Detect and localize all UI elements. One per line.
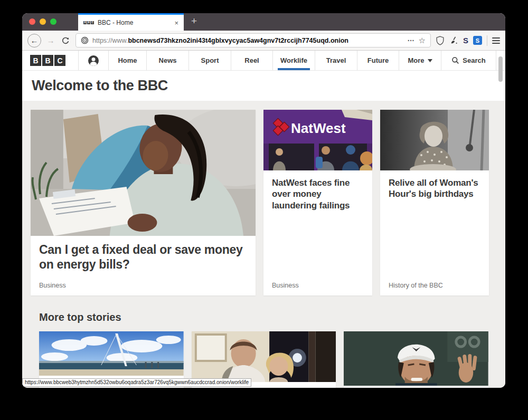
scrollbar-thumb[interactable] [498, 56, 503, 82]
account-person-icon [88, 55, 99, 66]
browser-window: BBC BBC - Home × + ← → [22, 13, 505, 388]
onion-site-icon [81, 36, 89, 44]
welcome-strip: Welcome to the BBC [22, 71, 505, 101]
bbc-favicon: BBC [83, 21, 94, 24]
url-text: https://www.bbcnewsd73hkzno2ini43t4gblxv… [92, 37, 348, 44]
story-card-energy-bills[interactable]: Can I get a fixed deal or save money on … [31, 110, 256, 295]
story-headline: Can I get a fixed deal or save money on … [39, 243, 247, 272]
nav-item-more[interactable]: More [399, 51, 441, 70]
tab-title: BBC - Home [98, 19, 171, 26]
more-top-stories-heading: More top stories [31, 311, 497, 323]
close-window-button[interactable] [29, 18, 35, 25]
forward-button[interactable]: → [46, 36, 55, 45]
nav-item-reel[interactable]: Reel [231, 51, 272, 70]
bbc-logo[interactable]: B B C [22, 51, 78, 70]
account-button[interactable] [78, 51, 108, 70]
story-tag: Business [39, 282, 247, 289]
clear-data-broom-icon[interactable] [449, 36, 458, 45]
nav-item-travel[interactable]: Travel [315, 51, 357, 70]
story-headline: NatWest faces fine over money laundering… [272, 177, 364, 211]
chevron-down-icon [428, 59, 432, 62]
story-image-royal-couple [192, 331, 336, 382]
titlebar: BBC BBC - Home × + [22, 13, 505, 31]
url-bar[interactable]: https://www.bbcnewsd73hkzno2ini43t4gblxv… [76, 33, 431, 47]
extension-s-badge-icon[interactable]: S [473, 36, 482, 45]
story-image-energy-bill [31, 110, 256, 236]
browser-tab[interactable]: BBC BBC - Home × [78, 13, 184, 31]
page-viewport: B B C Home News Sport [22, 51, 505, 388]
shield-icon[interactable] [436, 36, 445, 45]
back-button[interactable]: ← [27, 34, 41, 47]
new-tab-button[interactable]: + [191, 15, 197, 27]
nav-item-sport[interactable]: Sport [188, 51, 231, 70]
menu-hamburger-icon[interactable] [492, 37, 500, 44]
story-image-coastal-mast [39, 331, 184, 376]
tab-close-icon[interactable]: × [174, 19, 178, 27]
search-icon [451, 56, 459, 64]
browser-toolbar: ← → https://www.bbcnewsd73hkzno2ini43t4g… [22, 31, 505, 51]
active-tab-underline [278, 68, 310, 70]
nav-item-home[interactable]: Home [108, 51, 146, 70]
story-image-womans-hour-bw [380, 110, 489, 170]
top-stories-section: Can I get a fixed deal or save money on … [22, 101, 505, 388]
story-image-natwest-branch: NatWest [263, 110, 372, 170]
story-card-womans-hour[interactable]: Relive all of Woman's Hour's big birthda… [380, 110, 489, 295]
story-image-tennis-player [344, 331, 488, 386]
desktop-background: BBC BBC - Home × + ← → [0, 0, 528, 420]
reload-button[interactable] [60, 36, 71, 45]
nav-item-future[interactable]: Future [357, 51, 399, 70]
page-actions-icon[interactable]: ⋯ [408, 36, 415, 44]
story-card-tennis[interactable] [344, 331, 488, 388]
noscript-icon[interactable]: S [463, 36, 468, 45]
zoom-window-button[interactable] [50, 18, 56, 25]
bbc-nav-bar: B B C Home News Sport [22, 51, 505, 71]
story-headline: Relive all of Woman's Hour's big birthda… [389, 177, 480, 200]
status-link-preview: https://www.bbcweb3hytmzhn5d532owbu6oqad… [22, 378, 251, 387]
story-tag: Business [272, 282, 364, 289]
minimize-window-button[interactable] [40, 18, 46, 25]
nav-item-search[interactable]: Search [441, 51, 496, 70]
story-card-natwest[interactable]: NatWest [263, 110, 372, 295]
reload-icon [61, 36, 70, 45]
window-controls [29, 18, 56, 25]
page-title: Welcome to the BBC [32, 78, 168, 94]
story-tag: History of the BBC [389, 282, 480, 289]
nav-item-news[interactable]: News [146, 51, 188, 70]
bookmark-star-icon[interactable]: ☆ [419, 36, 426, 45]
svg-text:NatWest: NatWest [291, 120, 346, 136]
toolbar-separator [487, 35, 487, 46]
nav-item-worklife-active[interactable]: Worklife [272, 51, 315, 70]
